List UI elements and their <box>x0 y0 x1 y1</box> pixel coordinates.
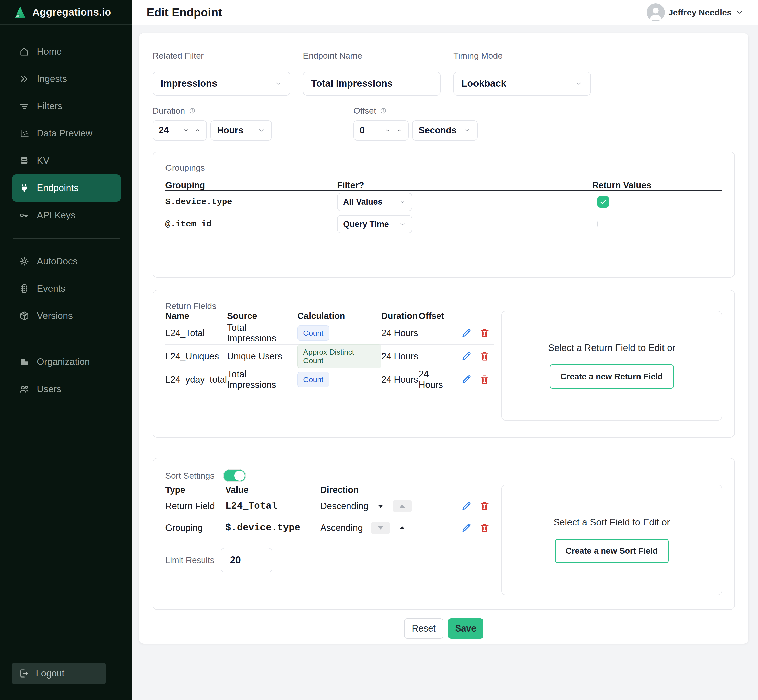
move-down-button[interactable] <box>371 500 390 512</box>
column-header-filter: Filter? <box>337 180 592 190</box>
stepper-up-icon[interactable] <box>396 127 403 134</box>
traffic-light-icon <box>19 283 30 294</box>
related-filter-select[interactable]: Impressions <box>153 72 290 95</box>
sidebar-nav: Home Ingests Filters Data Preview KV <box>0 25 133 403</box>
endpoint-name-input[interactable]: Total Impressions <box>303 72 441 95</box>
return-field-name: L24_Total <box>165 328 227 338</box>
form-actions: Reset Save <box>153 619 735 639</box>
sidebar-item-data-preview[interactable]: Data Preview <box>12 120 121 147</box>
return-values-checkbox[interactable] <box>597 196 609 208</box>
grouping-filter-value: Query Time <box>343 219 399 229</box>
timing-mode-field: Timing Mode Lookback <box>453 51 591 95</box>
top-bar: Edit Endpoint Jeffrey Needles <box>133 0 758 25</box>
endpoint-form-card: Related Filter Impressions Endpoint Name… <box>139 33 749 644</box>
related-filter-field: Related Filter Impressions <box>153 51 290 95</box>
sidebar-item-label: Events <box>37 283 66 294</box>
sidebar-item-organization[interactable]: Organization <box>12 348 121 375</box>
sidebar-item-kv[interactable]: KV <box>12 147 121 174</box>
stepper-up-icon[interactable] <box>194 127 201 134</box>
column-header-offset: Offset <box>419 311 454 321</box>
return-field-name: L24_Uniques <box>165 351 227 362</box>
sidebar-item-home[interactable]: Home <box>12 38 121 65</box>
return-fields-title: Return Fields <box>165 301 722 311</box>
stepper-down-icon[interactable] <box>183 127 189 134</box>
limit-results-input[interactable] <box>220 548 272 572</box>
offset-value-stepper[interactable]: 0 <box>353 120 409 141</box>
return-field-duration: 24 Hours <box>381 351 419 362</box>
endpoint-name-field: Endpoint Name Total Impressions <box>303 51 441 95</box>
edit-sort-field-button[interactable] <box>461 522 472 533</box>
sidebar-item-label: Endpoints <box>37 183 78 193</box>
sidebar-item-endpoints[interactable]: Endpoints <box>12 174 121 202</box>
sidebar-item-users[interactable]: Users <box>12 375 121 403</box>
sidebar-item-ingests[interactable]: Ingests <box>12 65 121 92</box>
sort-table-header: Type Value Direction <box>165 485 494 495</box>
chevron-down-icon <box>463 127 471 134</box>
move-down-button[interactable] <box>371 522 390 534</box>
return-fields-table-header: Name Source Calculation Duration Offset <box>165 311 494 322</box>
return-values-checkbox[interactable] <box>597 221 598 227</box>
column-header-direction: Direction <box>320 485 371 495</box>
logout-label: Logout <box>36 668 64 679</box>
delete-sort-field-button[interactable] <box>479 522 490 533</box>
column-header-return-values: Return Values <box>592 180 722 190</box>
sort-direction: Descending <box>320 501 371 511</box>
info-icon <box>189 108 195 114</box>
sort-row: Return Field L24_Total Descending <box>165 495 494 517</box>
column-header-grouping: Grouping <box>165 180 337 190</box>
user-menu[interactable]: Jeffrey Needles <box>647 3 744 22</box>
edit-sort-field-button[interactable] <box>461 501 472 512</box>
move-up-button[interactable] <box>393 522 412 534</box>
return-field-source: Total Impressions <box>227 322 297 344</box>
sidebar-item-api-keys[interactable]: API Keys <box>12 202 121 229</box>
user-name: Jeffrey Needles <box>668 8 732 17</box>
reset-button[interactable]: Reset <box>404 619 444 639</box>
chevron-down-icon <box>257 127 265 134</box>
sidebar-item-label: Filters <box>37 101 63 111</box>
return-field-row: L24_Uniques Unique Users Approx Distinct… <box>165 345 494 368</box>
sidebar-item-versions[interactable]: Versions <box>12 302 121 330</box>
duration-unit-select[interactable]: Hours <box>211 120 272 141</box>
column-header-name: Name <box>165 311 227 321</box>
logout-button[interactable]: Logout <box>12 662 106 684</box>
edit-return-field-button[interactable] <box>461 328 472 339</box>
sidebar-item-label: API Keys <box>37 210 75 220</box>
edit-return-field-button[interactable] <box>461 351 472 362</box>
endpoint-name-label: Endpoint Name <box>303 51 441 61</box>
edit-return-field-button[interactable] <box>461 374 472 385</box>
delete-return-field-button[interactable] <box>479 374 490 385</box>
sidebar-item-autodocs[interactable]: AutoDocs <box>12 248 121 275</box>
triangle-down-icon <box>377 525 384 530</box>
sidebar-item-label: Users <box>37 384 61 394</box>
delete-return-field-button[interactable] <box>479 351 490 362</box>
save-button[interactable]: Save <box>448 619 483 639</box>
create-return-field-button[interactable]: Create a new Return Field <box>550 364 674 389</box>
home-icon <box>19 46 30 57</box>
sidebar-item-filters[interactable]: Filters <box>12 92 121 120</box>
timing-mode-value: Lookback <box>461 78 575 89</box>
triangle-down-icon <box>377 504 384 509</box>
duration-unit-value: Hours <box>217 125 257 136</box>
sidebar-item-events[interactable]: Events <box>12 275 121 302</box>
form-row-timing: Duration 24 Hours <box>153 106 735 141</box>
sort-settings-toggle[interactable] <box>223 469 246 482</box>
offset-unit-select[interactable]: Seconds <box>412 120 478 141</box>
data-preview-icon <box>19 128 30 139</box>
move-up-button[interactable] <box>393 500 412 512</box>
grouping-filter-select[interactable]: Query Time <box>337 215 412 233</box>
sort-value: L24_Total <box>225 501 320 511</box>
column-header-source: Source <box>227 311 297 321</box>
page-title: Edit Endpoint <box>147 6 222 19</box>
stepper-down-icon[interactable] <box>384 127 391 134</box>
duration-value-stepper[interactable]: 24 <box>153 120 207 141</box>
timing-mode-select[interactable]: Lookback <box>453 72 591 95</box>
info-icon <box>380 108 387 114</box>
delete-return-field-button[interactable] <box>479 328 490 339</box>
duration-label: Duration <box>153 106 185 116</box>
return-field-row: L24_Total Total Impressions Count 24 Hou… <box>165 322 494 345</box>
grouping-filter-select[interactable]: All Values <box>337 193 412 211</box>
delete-sort-field-button[interactable] <box>479 501 490 512</box>
chevron-down-icon <box>399 198 406 205</box>
create-sort-field-button[interactable]: Create a new Sort Field <box>555 539 669 563</box>
return-fields-section: Return Fields Name Source Calculation Du… <box>153 290 735 438</box>
